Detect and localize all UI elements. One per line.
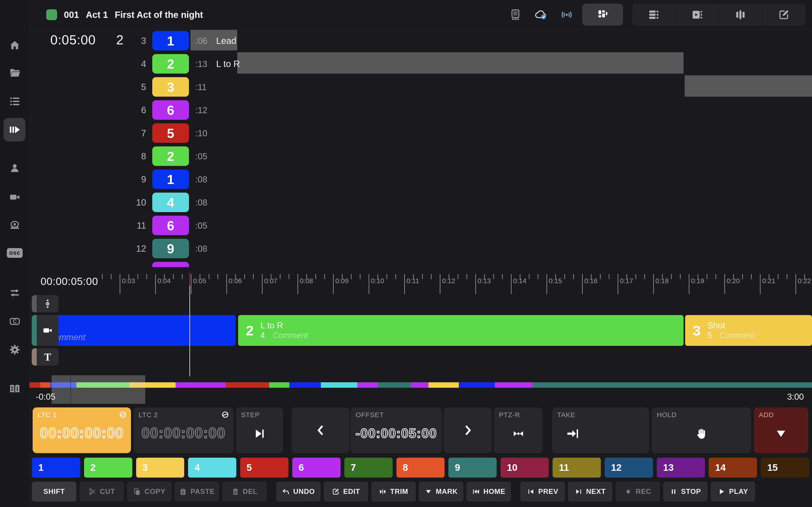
mark-button[interactable]: MARK [419, 482, 463, 502]
move-tool-button[interactable] [32, 295, 58, 313]
edit-button[interactable]: EDIT [324, 482, 368, 502]
stop-button[interactable]: STOP [663, 482, 708, 502]
camera-track-button[interactable] [32, 315, 58, 346]
edit-view-icon [778, 9, 790, 20]
folder-icon[interactable] [0, 67, 30, 79]
camera-number-badge[interactable]: 5 [152, 123, 189, 143]
camera-number-badge[interactable]: 9 [152, 239, 189, 258]
offset-tile[interactable]: OFFSET -00:00:05:00 [351, 407, 442, 453]
timeline-cue-block[interactable]: 3Shot5Comment [685, 315, 812, 346]
trim-button[interactable]: TRIM [371, 482, 416, 502]
view-timeline-button[interactable] [582, 4, 623, 25]
camera-select-button-4[interactable]: 4 [188, 458, 236, 477]
overview-brush-divider[interactable] [70, 375, 71, 404]
ruler-minor-tick [662, 274, 663, 279]
camera-number-badge[interactable]: 2 [152, 147, 189, 166]
camera-select-button-6[interactable]: 6 [292, 458, 341, 477]
cue-row[interactable]: 104:08 [30, 191, 812, 215]
camera-number-badge[interactable]: 2 [152, 54, 189, 73]
cue-list-icon[interactable] [0, 96, 30, 107]
home-button[interactable]: HOME [466, 482, 511, 502]
offset-increase-button[interactable] [444, 407, 492, 453]
cue-row[interactable]: 53:11 [30, 76, 812, 99]
cue-row[interactable]: 116:05 [30, 215, 812, 238]
take-button[interactable]: TAKE [552, 407, 649, 453]
copy-button[interactable]: COPY [127, 482, 171, 502]
camera-select-button-5[interactable]: 5 [240, 458, 289, 477]
ruler-major-tick [120, 274, 120, 294]
camera-icon[interactable] [0, 191, 30, 203]
camera-select-button-9[interactable]: 9 [448, 458, 497, 477]
camera-number-badge[interactable]: 3 [152, 77, 189, 97]
companion-icon[interactable]: C [0, 316, 30, 327]
cue-row[interactable]: 42:13L to R [30, 53, 812, 76]
cue-row[interactable]: 75:10 [30, 122, 812, 145]
timeline-cue-block[interactable]: Comment [36, 315, 236, 346]
view-edit-button[interactable] [762, 4, 805, 25]
view-player-button[interactable] [676, 4, 719, 25]
ruler-minor-tick [680, 274, 680, 279]
io-transfer-icon[interactable] [0, 287, 30, 299]
osc-icon[interactable]: osc [0, 248, 30, 258]
camera-select-button-2[interactable]: 2 [84, 458, 132, 477]
overview-strip[interactable] [30, 382, 812, 388]
cue-duration: :13 [195, 59, 207, 69]
cue-row[interactable]: 82:05 [30, 145, 812, 168]
ptz-camera-icon[interactable] [0, 219, 30, 231]
playhead-line[interactable] [189, 286, 190, 377]
ruler-minor-tick [306, 274, 307, 279]
cue-row[interactable]: 31:06Lead [30, 30, 812, 53]
camera-number-badge[interactable]: 1 [152, 170, 189, 189]
del-button[interactable]: DEL [222, 482, 267, 502]
rec-button[interactable]: REC [616, 482, 660, 502]
camera-select-button-10[interactable]: 10 [501, 458, 549, 477]
paste-button[interactable]: PASTE [175, 482, 219, 502]
add-button[interactable]: ADD [754, 407, 808, 453]
device-connection-icon[interactable] [503, 0, 528, 30]
cue-row[interactable]: 91:08 [30, 168, 812, 191]
step-button[interactable]: STEP [236, 407, 283, 453]
text-track-button[interactable]: T [32, 348, 58, 365]
view-mixer-button[interactable] [719, 4, 763, 25]
camera-select-button-15[interactable]: 15 [761, 458, 809, 477]
shift-button[interactable]: SHIFT [32, 482, 77, 502]
camera-select-button-11[interactable]: 11 [553, 458, 601, 477]
camera-select-button-12[interactable]: 12 [605, 458, 653, 477]
cue-row[interactable]: 6 [30, 261, 812, 267]
play-button[interactable]: PLAY [711, 482, 755, 502]
camera-number-badge[interactable]: 4 [152, 192, 189, 212]
next-button[interactable]: NEXT [568, 482, 612, 502]
undo-button[interactable]: UNDO [276, 482, 320, 502]
timeline-cue-block[interactable]: 2L to R4Comment [238, 315, 683, 346]
camera-select-button-3[interactable]: 3 [136, 458, 185, 477]
cut-button[interactable]: CUT [80, 482, 124, 502]
broadcast-signal-icon[interactable] [554, 0, 579, 30]
camera-select-button-13[interactable]: 13 [657, 458, 705, 477]
camera-number-badge[interactable]: 6 [152, 216, 189, 235]
camera-select-button-7[interactable]: 7 [344, 458, 393, 477]
camera-number-badge[interactable]: 1 [152, 31, 189, 51]
ltc1-tile[interactable]: LTC 1 00:00:00:00 [33, 407, 131, 453]
camera-select-button-14[interactable]: 14 [709, 458, 757, 477]
manual-book-icon[interactable] [0, 383, 30, 395]
cue-row[interactable]: 129:08 [30, 238, 812, 261]
sidebar-item-playback-selected[interactable] [4, 118, 26, 142]
prev-button[interactable]: PREV [520, 482, 565, 502]
cue-row[interactable]: 66:12 [30, 99, 812, 122]
timeline-ruler[interactable]: 00:00:05:00 0:030:040:050:060:070:080:09… [30, 267, 812, 295]
transport-button-label: COPY [145, 488, 165, 496]
cloud-sync-icon[interactable] [528, 0, 554, 30]
ltc2-tile[interactable]: LTC 2 00:00:00:00 [134, 407, 233, 453]
ptzr-button[interactable]: PTZ-R [494, 407, 543, 453]
view-list-button[interactable] [632, 4, 676, 25]
overview-brush[interactable] [52, 375, 145, 404]
users-icon[interactable] [0, 162, 30, 174]
hold-button[interactable]: HOLD [652, 407, 751, 453]
settings-gear-icon[interactable] [0, 344, 30, 355]
camera-number-badge[interactable]: 6 [152, 100, 189, 120]
camera-number-badge[interactable]: 6 [152, 262, 189, 267]
camera-select-button-8[interactable]: 8 [397, 458, 445, 477]
camera-select-button-1[interactable]: 1 [32, 458, 80, 477]
offset-decrease-button[interactable] [292, 407, 350, 453]
home-icon[interactable] [0, 39, 30, 51]
